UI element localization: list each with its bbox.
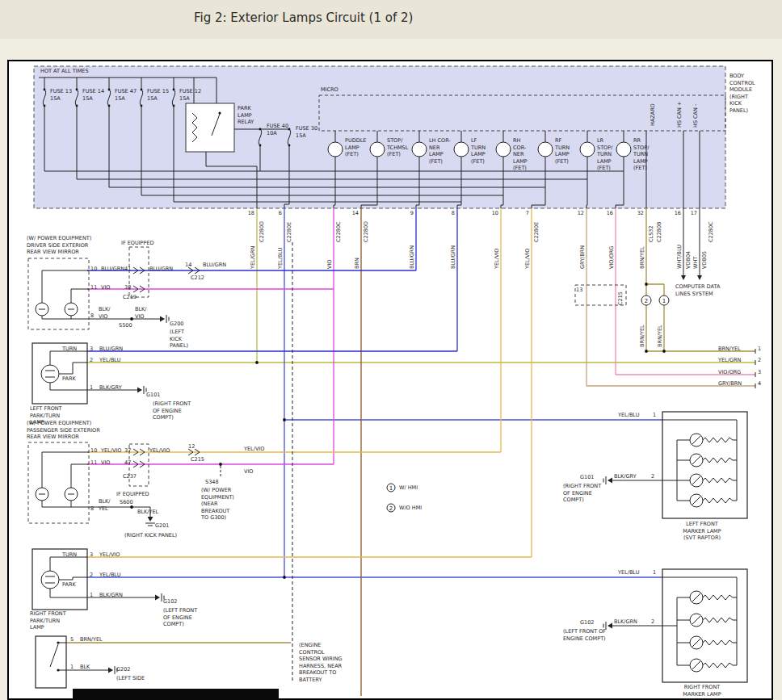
pin-number: 1 [758, 346, 761, 353]
wire-label: YEL/VIO [244, 446, 264, 453]
connector-label: C2280E [533, 222, 540, 242]
wire-label: YEL/VIO [101, 447, 121, 455]
fuse-13-label: FUSE 13 15A [50, 88, 73, 102]
pin-number: 11 [90, 459, 97, 467]
pin-number: 12 [573, 210, 584, 217]
fet-rf-turn [538, 142, 553, 157]
pin-number: 12 [188, 443, 195, 451]
splice-label: S600 [120, 499, 133, 506]
wire-label: BLK/ VIO [99, 306, 115, 320]
annotation-1: 1 [662, 298, 666, 304]
connector-label: C219 [123, 294, 137, 301]
wire-label: BLK/ YEL [99, 498, 115, 512]
wire-label: BRN/YEL [80, 636, 103, 643]
pin-number: 32 [633, 210, 644, 217]
ground-label: G102 [163, 598, 177, 606]
wire-label: BLK [80, 664, 90, 671]
pin-number: 2 [651, 473, 654, 480]
pin-number: 6 [271, 210, 282, 217]
wire-label: VIO [101, 284, 110, 291]
harness-note: (ENGINE CONTROL SENSOR WIRING HARNESS, N… [299, 642, 346, 683]
wire-label: BRN/YEL [639, 325, 646, 347]
pin-number: 2 [90, 572, 93, 579]
if-equipped-label: IF EQUIPPED [121, 240, 154, 247]
pin-number: 3 [758, 369, 761, 376]
connector-label: C212 [191, 275, 204, 282]
computer-data-label: COMPUTER DATA LINES SYSTEM [675, 283, 721, 297]
annotation-2: 2 [645, 298, 648, 304]
splice-s600 [130, 505, 133, 509]
connector-label: C2280E [286, 222, 293, 242]
pin-number: 3 [90, 346, 93, 353]
fet-label-rh-corner: RH COR- NER LAMP (FET) [513, 137, 529, 172]
left-marker-caption: LEFT FRONT MARKER LAMP (SVT RAPTOR) [680, 521, 724, 542]
fuse-15-label: FUSE 15 15A [147, 88, 170, 102]
pin-number: 37 [124, 447, 131, 455]
wire-label: BRN/YEL [718, 346, 741, 353]
wire-label: YEL/VIO [99, 551, 120, 559]
ground-label: G101 [580, 474, 594, 481]
bcm-module-label: BODY CONTROL MODULE (RIGHT KICK PANEL) [729, 73, 757, 114]
pin-number: 10 [90, 447, 97, 455]
hot-at-all-times-label: HOT AT ALL TIMES [40, 68, 89, 75]
micro-label: MICRO [321, 86, 338, 94]
pin-number: 9 [402, 210, 414, 217]
fet-rh-corner [496, 142, 511, 157]
park-label: PARK [62, 581, 76, 589]
park-label: PARK [62, 375, 76, 383]
wire-label: BLU/GRN [99, 346, 123, 353]
ground-location: (LEFT FRONT OF ENGINE COMPT) [563, 628, 607, 642]
pin-number: 16 [602, 210, 613, 217]
fet-rr-stop-turn [616, 142, 631, 157]
fet-label-puddle: PUDDLE LAMP (FET) [345, 137, 369, 158]
fet-label-lr-stop: LR STOP/ TURN LAMP (FET) [597, 137, 615, 172]
pin-number: 1 [653, 569, 656, 576]
driver-mirror-caption: (W/ POWER EQUIPMENT) DRIVER SIDE EXTERIO… [27, 235, 104, 256]
connector-label: C2280C [708, 221, 715, 242]
pin-number: 2 [651, 618, 654, 626]
fet-label-rr-stop: RR STOP/ TURN LAMP (FET) [633, 137, 651, 172]
fet-lf-turn [454, 142, 469, 157]
wire-label: BLU/GRN [203, 262, 226, 269]
pin-number: 1 [90, 592, 93, 599]
wire-label: VIO [101, 459, 110, 467]
wire-label: YEL/BLU [99, 572, 120, 579]
wire-label: GRY/BRN [579, 245, 586, 269]
hazard-label: HAZARD [650, 103, 657, 126]
legend-2-symbol: 2 [389, 505, 393, 512]
pin-number: 4 [758, 380, 761, 388]
park-turn-bulb [41, 571, 59, 589]
right-lamp-caption: RIGHT FRONT PARK/TURN LAMP [30, 610, 72, 631]
pin-number: 8 [444, 210, 455, 217]
pin-number: 10 [487, 210, 498, 217]
passenger-mirror-caption: (W/ POWER EQUIPMENT) PASSENGER SIDE EXTE… [27, 420, 107, 441]
connector-label: C2280D [259, 221, 266, 242]
wire-label: YEL/VIO [149, 447, 170, 455]
right-marker-caption: RIGHT FRONT MARKER LAMP (SVT RAPTOR) [680, 684, 724, 700]
wire-label: BLU/GRN [101, 266, 124, 273]
circuit-label: CLS32 [648, 225, 655, 242]
splice-s348 [219, 463, 222, 466]
wire-label: BLK/ VIO [135, 306, 151, 320]
pin-number: 17 [686, 210, 697, 217]
hs-can-plus-label: HS CAN + [676, 102, 683, 128]
wire-label: BLK/GRN [99, 592, 123, 599]
wire-label: BLK/YEL [137, 509, 158, 516]
fuse-47-label: FUSE 47 15A [115, 88, 137, 102]
splice-s500 [130, 317, 133, 321]
wire-label: YEL/GRN [250, 246, 257, 269]
park-lamp-relay-label: PARK LAMP RELAY [238, 105, 259, 126]
ground-label: G200 [170, 321, 183, 328]
wire-label: YEL/BLU [618, 412, 639, 419]
pin-number: 14 [185, 262, 191, 269]
fuse-40-label: FUSE 40 10A [267, 123, 291, 136]
turn-label: TURN [62, 346, 77, 353]
connector-label: C2280C [335, 221, 343, 242]
wire-label: GRY/BRN [718, 380, 742, 388]
pin-number: 14 [347, 210, 359, 217]
pin-number: 47 [124, 459, 131, 467]
wire-label: BLK/GRY [99, 384, 122, 392]
pin-number: 38 [124, 284, 131, 291]
pin-number: 41 [124, 266, 131, 273]
wire-label: YEL/GRN [718, 357, 741, 364]
